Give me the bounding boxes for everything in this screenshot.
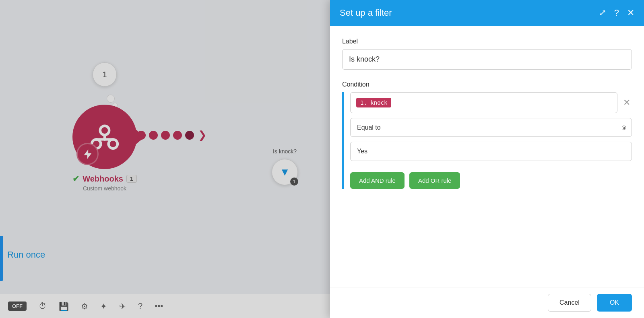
condition-row: 1. knock ✕ Equal to Not equal to Contain…: [342, 92, 632, 189]
cancel-button[interactable]: Cancel: [548, 294, 591, 312]
add-rule-row: Add AND rule Add OR rule: [350, 172, 632, 189]
add-or-rule-button[interactable]: Add OR rule: [409, 172, 460, 189]
ok-button[interactable]: OK: [597, 294, 632, 312]
condition-tag-input[interactable]: 1. knock: [350, 92, 617, 113]
condition-label: Condition: [342, 81, 632, 88]
dialog-body: Label Condition 1. knock ✕ Equal to: [330, 26, 644, 287]
condition-tag: 1. knock: [356, 98, 391, 107]
operator-select[interactable]: Equal to Not equal to Contains Does not …: [350, 118, 632, 137]
filter-dialog: Set up a filter ⤢ ? ✕ Label Condition 1.…: [330, 0, 644, 318]
condition-first-row: 1. knock ✕: [350, 92, 632, 113]
label-section: Label: [342, 38, 632, 70]
label-input[interactable]: [342, 49, 632, 70]
remove-condition-button[interactable]: ✕: [621, 97, 632, 108]
dialog-header-icons: ⤢ ? ✕: [599, 8, 634, 18]
dialog-header: Set up a filter ⤢ ? ✕: [330, 0, 644, 26]
add-and-rule-button[interactable]: Add AND rule: [350, 172, 405, 189]
help-dialog-icon[interactable]: ?: [614, 8, 619, 18]
label-field-label: Label: [342, 38, 632, 45]
operator-select-wrapper: Equal to Not equal to Contains Does not …: [350, 118, 632, 137]
close-dialog-icon[interactable]: ✕: [627, 8, 634, 18]
condition-section: Condition 1. knock ✕ Equal to Not equal …: [342, 81, 632, 189]
dialog-overlay: [0, 0, 330, 318]
condition-value-input[interactable]: [350, 142, 632, 161]
dialog-title: Set up a filter: [340, 8, 392, 18]
expand-icon[interactable]: ⤢: [599, 8, 606, 18]
dialog-footer: Cancel OK: [330, 287, 644, 318]
